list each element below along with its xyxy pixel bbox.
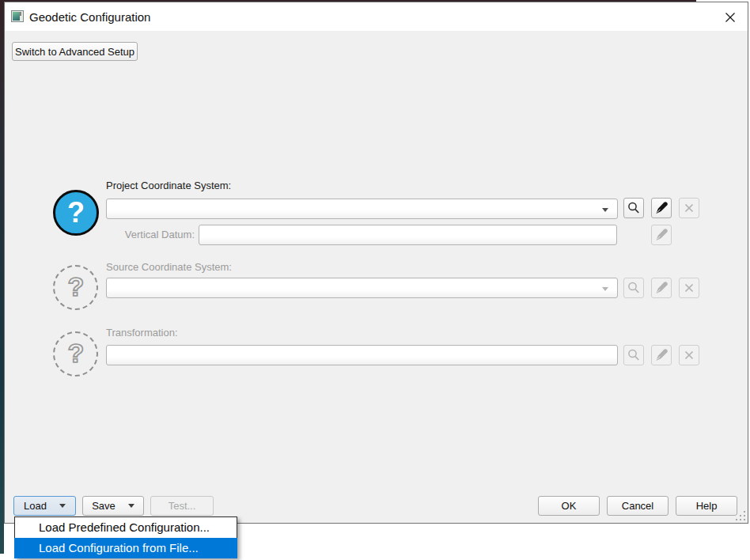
source-crs-search-button[interactable] <box>623 278 644 298</box>
pen-icon <box>654 348 669 362</box>
load-button-label: Load <box>24 500 47 512</box>
svg-text:?: ? <box>67 339 84 368</box>
app-window-icon <box>11 10 24 22</box>
svg-text:?: ? <box>67 272 84 301</box>
app-icon-picture <box>13 12 20 21</box>
vertical-datum-edit-button[interactable] <box>651 225 672 245</box>
source-crs-edit-button[interactable] <box>651 278 672 298</box>
pen-icon <box>654 201 669 215</box>
transformation-status-question-icon: ? <box>53 331 98 376</box>
transformation-field[interactable] <box>106 345 618 365</box>
switch-to-advanced-setup-button[interactable]: Switch to Advanced Setup <box>12 42 138 61</box>
menu-item-load-configuration-from-file[interactable]: Load Configuration from File... <box>14 538 237 558</box>
project-crs-clear-button[interactable] <box>679 198 699 218</box>
screen: Geodetic Configuration Switch to Advance… <box>0 0 750 560</box>
search-icon <box>627 281 641 295</box>
vertical-datum-field[interactable] <box>199 225 617 245</box>
transformation-clear-button[interactable] <box>679 345 699 365</box>
pen-icon <box>654 228 669 242</box>
dialog-title: Geodetic Configuration <box>29 10 150 24</box>
transformation-edit-button[interactable] <box>651 345 672 365</box>
source-crs-clear-button[interactable] <box>679 278 699 298</box>
vertical-datum-label: Vertical Datum: <box>119 225 195 245</box>
menu-item-load-predefined-configuration[interactable]: Load Predefined Configuration... <box>15 517 237 538</box>
chevron-down-icon <box>602 287 608 291</box>
save-button-label: Save <box>92 500 116 512</box>
help-button[interactable]: Help <box>676 496 737 516</box>
load-button[interactable]: Load <box>13 496 76 516</box>
project-crs-label: Project Coordinate System: <box>106 180 231 191</box>
source-crs-input[interactable] <box>107 278 617 297</box>
ok-button[interactable]: OK <box>538 496 600 516</box>
menu-item-label: Load Predefined Configuration... <box>39 520 210 534</box>
source-crs-status-question-icon: ? <box>53 265 98 310</box>
question-outline-icon: ? <box>62 272 89 304</box>
source-crs-label: Source Coordinate System: <box>106 261 232 273</box>
app-icon-detail <box>20 12 21 16</box>
question-outline-icon: ? <box>62 339 89 370</box>
project-crs-combobox[interactable] <box>106 199 618 219</box>
pen-icon <box>654 281 669 295</box>
chevron-down-icon[interactable] <box>602 208 608 212</box>
chevron-down-icon <box>128 504 134 508</box>
load-dropdown-menu: Load Predefined Configuration... Load Co… <box>14 516 237 558</box>
chevron-down-icon <box>59 504 66 508</box>
resize-grip[interactable] <box>735 510 745 520</box>
geodetic-configuration-dialog: Geodetic Configuration Switch to Advance… <box>4 2 748 524</box>
title-bar: Geodetic Configuration <box>5 2 748 31</box>
menu-item-label: Load Configuration from File... <box>39 541 199 554</box>
close-button[interactable] <box>719 7 741 28</box>
vertical-datum-input[interactable] <box>199 225 616 244</box>
project-crs-status-question-icon: ? <box>53 190 99 236</box>
transformation-label: Transformation: <box>106 327 178 339</box>
transformation-search-button[interactable] <box>623 345 644 365</box>
transformation-input[interactable] <box>107 346 617 365</box>
project-crs-edit-button[interactable] <box>651 198 672 218</box>
search-icon <box>627 348 641 362</box>
x-icon <box>684 282 695 293</box>
cancel-button[interactable]: Cancel <box>607 496 669 516</box>
test-button[interactable]: Test... <box>150 496 214 516</box>
source-crs-combobox[interactable] <box>106 278 618 298</box>
project-crs-search-button[interactable] <box>623 198 644 218</box>
project-crs-input[interactable] <box>107 199 617 218</box>
search-icon <box>627 201 641 215</box>
close-icon <box>725 12 736 23</box>
x-icon <box>684 202 695 214</box>
x-icon <box>684 350 695 361</box>
save-button[interactable]: Save <box>82 496 144 516</box>
